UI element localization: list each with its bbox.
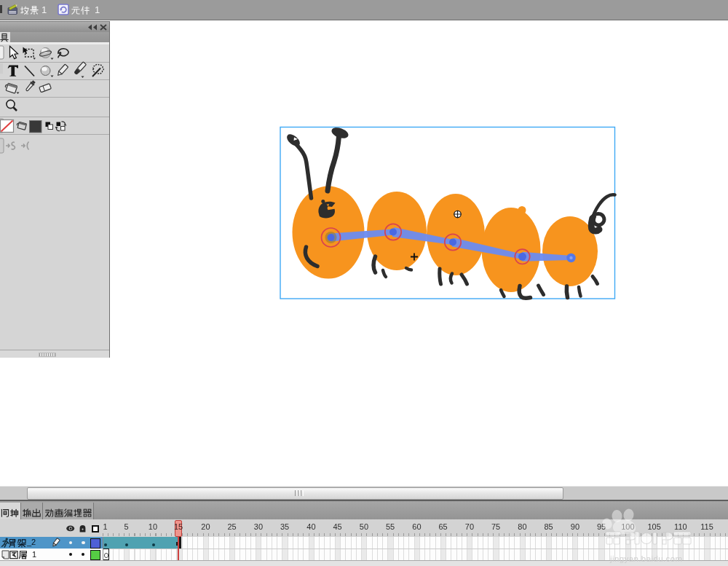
svg-text:jingyan.baidu.com: jingyan.baidu.com	[609, 554, 683, 563]
